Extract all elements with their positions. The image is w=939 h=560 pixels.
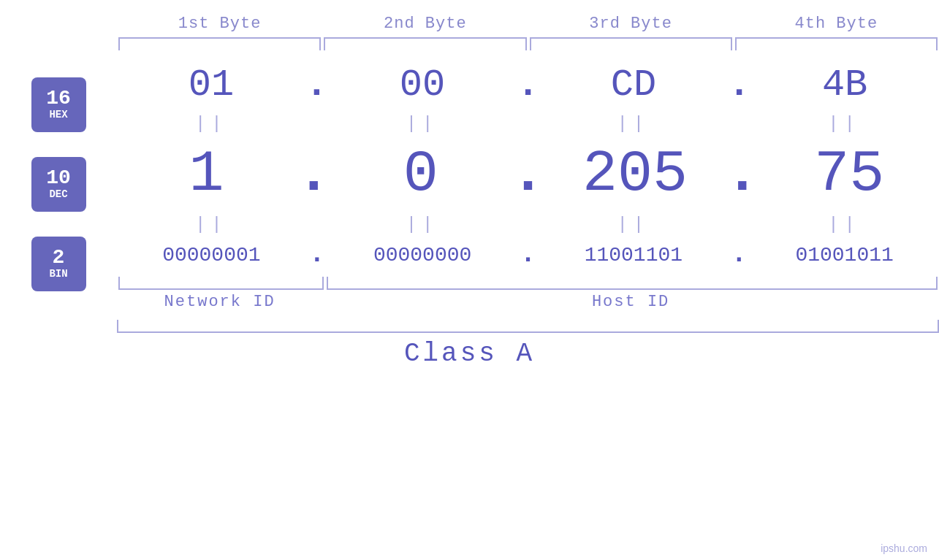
- badge-bin: 2 BIN: [31, 237, 86, 291]
- dot-bin-1: .: [306, 242, 328, 268]
- badge-dec: 10 DEC: [31, 157, 86, 212]
- dec-row: 1 . 0 . 205 . 75: [117, 135, 939, 213]
- dec-val-3: 205: [546, 141, 725, 207]
- byte-headers-row: 1st Byte 2nd Byte 3rd Byte 4th Byte: [0, 15, 939, 33]
- bottom-section: Network ID Host ID: [117, 274, 939, 311]
- eq2-4: ||: [750, 215, 939, 234]
- hex-val-1: 01: [117, 64, 305, 107]
- hex-val-2: 00: [328, 64, 517, 107]
- byte-header-3: 3rd Byte: [528, 15, 734, 33]
- id-labels-row: Network ID Host ID: [117, 293, 939, 311]
- badges-column: 16 HEX 10 DEC 2 BIN: [0, 58, 117, 311]
- dot-dec-3: .: [725, 145, 760, 204]
- bot-bracket-host: [327, 277, 938, 290]
- dot-hex-1: .: [305, 66, 328, 104]
- top-bracket-row: [117, 37, 939, 50]
- eq1-3: ||: [539, 114, 729, 134]
- badge-dec-num: 10: [46, 168, 71, 188]
- top-bracket-1: [118, 37, 321, 50]
- eq2-2: ||: [328, 215, 517, 234]
- dec-val-1: 1: [117, 141, 296, 207]
- eq1-1: ||: [117, 114, 306, 134]
- bin-row: 00000001 . 00000000 . 11001101 . 0100101…: [117, 236, 939, 274]
- network-id-label: Network ID: [117, 293, 322, 311]
- hex-val-4: 4B: [750, 64, 939, 107]
- eq2-3: ||: [539, 215, 729, 234]
- badge-hex-num: 16: [46, 88, 71, 109]
- class-bracket: [117, 320, 939, 333]
- eq1-4: ||: [750, 114, 939, 134]
- bin-val-2: 00000000: [328, 244, 517, 266]
- bot-bracket-network: [118, 277, 324, 290]
- top-bracket-2: [324, 37, 526, 50]
- byte-header-1: 1st Byte: [117, 15, 322, 33]
- top-bracket-4: [735, 37, 938, 50]
- hex-row: 01 . 00 . CD . 4B: [117, 58, 939, 112]
- bin-val-1: 00000001: [117, 244, 306, 266]
- top-bracket-3: [530, 37, 732, 50]
- dec-val-4: 75: [760, 141, 939, 207]
- main-container: 1st Byte 2nd Byte 3rd Byte 4th Byte 16 H…: [0, 0, 939, 560]
- badge-hex: 16 HEX: [31, 77, 86, 132]
- byte-header-4: 4th Byte: [734, 15, 939, 33]
- equals-row-1: || || || ||: [117, 112, 939, 135]
- dot-dec-2: .: [510, 145, 545, 204]
- badge-bin-num: 2: [53, 248, 65, 268]
- eq2-1: ||: [117, 215, 306, 234]
- byte-header-2: 2nd Byte: [322, 15, 528, 33]
- bottom-bracket-row: [117, 277, 939, 290]
- hex-val-3: CD: [539, 64, 728, 107]
- badge-dec-label: DEC: [49, 188, 67, 201]
- dot-hex-2: .: [517, 66, 539, 104]
- equals-row-2: || || || ||: [117, 213, 939, 236]
- dot-bin-3: .: [728, 242, 750, 268]
- host-id-label: Host ID: [322, 293, 939, 311]
- class-label: Class A: [0, 339, 939, 369]
- watermark: ipshu.com: [881, 542, 927, 554]
- bin-val-3: 11001101: [539, 244, 729, 266]
- dot-dec-1: .: [296, 145, 331, 204]
- bin-val-4: 01001011: [750, 244, 939, 266]
- values-grid: 01 . 00 . CD . 4B || || || || 1 .: [117, 58, 939, 311]
- dot-bin-2: .: [517, 242, 539, 268]
- badge-hex-label: HEX: [49, 109, 67, 121]
- main-area: 16 HEX 10 DEC 2 BIN 01 . 00 . CD . 4B: [0, 58, 939, 311]
- badge-bin-label: BIN: [49, 268, 67, 280]
- dot-hex-3: .: [728, 66, 750, 104]
- eq1-2: ||: [328, 114, 517, 134]
- dec-val-2: 0: [331, 141, 510, 207]
